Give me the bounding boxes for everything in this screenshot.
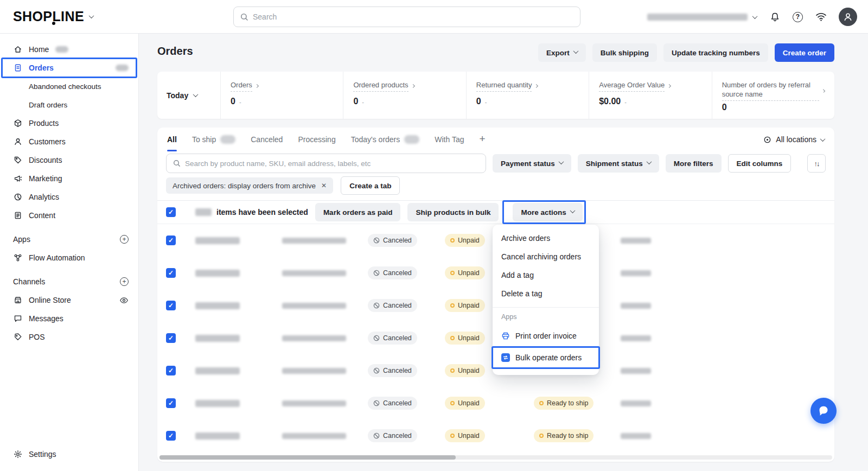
- scrollbar-thumb[interactable]: [159, 455, 456, 460]
- account-avatar[interactable]: [839, 8, 857, 26]
- location-icon: [763, 136, 771, 144]
- order-date-blurred: [282, 335, 346, 341]
- payment-status-filter[interactable]: Payment status: [493, 154, 571, 173]
- mark-paid-button[interactable]: Mark orders as paid: [315, 203, 401, 221]
- eye-icon[interactable]: [119, 296, 129, 305]
- row-checkbox[interactable]: [166, 301, 176, 310]
- close-icon[interactable]: [321, 182, 327, 189]
- table-row[interactable]: Canceled Unpaid Ready to ship: [157, 387, 834, 419]
- sidebar-item-flow-automation[interactable]: Flow Automation: [0, 249, 138, 267]
- order-search[interactable]: [166, 154, 486, 173]
- row-checkbox[interactable]: [166, 366, 176, 375]
- create-order-button[interactable]: Create order: [775, 43, 834, 62]
- sidebar-item-customers[interactable]: Customers: [0, 132, 138, 151]
- global-search-input[interactable]: [253, 12, 573, 21]
- edit-columns-button[interactable]: Edit columns: [728, 154, 792, 173]
- order-search-input[interactable]: [185, 160, 479, 168]
- table-row[interactable]: Canceled Unpaid Ready to ship: [157, 419, 834, 452]
- update-tracking-button[interactable]: Update tracking numbers: [663, 43, 768, 62]
- menu-item-add-tag[interactable]: Add a tag: [493, 266, 599, 284]
- more-filters-button[interactable]: More filters: [666, 154, 722, 173]
- tab-to-ship[interactable]: To ship: [192, 128, 235, 151]
- sidebar-item-discounts[interactable]: Discounts: [0, 151, 138, 169]
- menu-item-bulk-operate[interactable]: Bulk operate orders: [493, 347, 599, 368]
- stat-average-order-value[interactable]: Average Order Value $0.00-: [589, 72, 711, 119]
- payment-status-value: Unpaid: [458, 432, 480, 440]
- stat-orders[interactable]: Orders 0-: [220, 72, 343, 119]
- flow-automation-icon: [13, 253, 22, 263]
- status-ring-icon: [450, 303, 455, 308]
- row-checkbox[interactable]: [166, 236, 176, 245]
- active-filter-chip[interactable]: Archived orders: display orders from arc…: [166, 177, 333, 194]
- chat-button[interactable]: [810, 398, 837, 424]
- notifications-bell-icon[interactable]: [769, 11, 781, 23]
- add-channel-icon[interactable]: [120, 277, 129, 286]
- chat-icon: [817, 404, 830, 417]
- menu-item-print-invoice[interactable]: Print order invoice: [493, 325, 599, 347]
- sidebar-item-label: Analytics: [29, 193, 59, 201]
- stat-ordered-products[interactable]: Ordered products 0-: [343, 72, 465, 119]
- sidebar-item-marketing[interactable]: Marketing: [0, 169, 138, 188]
- shipment-status-filter[interactable]: Shipment status: [578, 154, 659, 173]
- payment-status-chip: Unpaid: [445, 364, 485, 377]
- payment-status-value: Unpaid: [458, 302, 480, 309]
- sidebar-item-label: Messages: [29, 314, 63, 323]
- sidebar-item-abandoned-checkouts[interactable]: Abandoned checkouts: [0, 77, 138, 96]
- add-tab-button[interactable]: +: [480, 133, 486, 145]
- tab-with-tag[interactable]: With Tag: [435, 128, 464, 151]
- create-tab-button[interactable]: Create a tab: [341, 176, 400, 195]
- tab-label: Canceled: [251, 135, 283, 144]
- row-checkbox[interactable]: [166, 333, 176, 343]
- stat-returned-quantity[interactable]: Returned quantity 0-: [466, 72, 589, 119]
- order-date-blurred: [282, 400, 346, 406]
- locations-select[interactable]: All locations: [763, 135, 825, 144]
- sidebar-section-apps[interactable]: Apps: [0, 230, 138, 249]
- stat-orders-by-referral[interactable]: Number of orders by referral source name…: [712, 72, 834, 119]
- tab-todays-orders[interactable]: Today's orders: [351, 128, 420, 151]
- row-checkbox[interactable]: [166, 431, 176, 441]
- sidebar-section-channels[interactable]: Channels: [0, 272, 138, 291]
- shopline-logo[interactable]: SHOPLINE: [13, 9, 93, 24]
- sidebar-item-online-store[interactable]: Online Store: [0, 291, 138, 309]
- horizontal-scrollbar[interactable]: [159, 455, 832, 460]
- sidebar-item-products[interactable]: Products: [0, 114, 138, 132]
- analytics-icon: [13, 193, 22, 202]
- sidebar-item-content[interactable]: Content: [0, 206, 138, 225]
- menu-item-delete-tag[interactable]: Delete a tag: [493, 284, 599, 303]
- row-checkbox[interactable]: [166, 398, 176, 408]
- sidebar-item-messages[interactable]: Messages: [0, 309, 138, 328]
- sidebar-item-settings[interactable]: Settings: [0, 445, 138, 463]
- menu-item-cancel-archiving[interactable]: Cancel archiving orders: [493, 247, 599, 266]
- bulk-shipping-button[interactable]: Bulk shipping: [592, 43, 657, 62]
- sidebar-item-draft-orders[interactable]: Draft orders: [0, 96, 138, 114]
- ship-bulk-button[interactable]: Ship products in bulk: [407, 203, 499, 221]
- page-title: Orders: [157, 45, 193, 58]
- sidebar-item-home[interactable]: Home: [0, 40, 138, 59]
- sidebar-item-orders[interactable]: Orders: [0, 59, 138, 77]
- tab-all[interactable]: All: [167, 128, 177, 151]
- help-icon[interactable]: [793, 12, 803, 22]
- global-search[interactable]: [233, 7, 580, 27]
- sidebar-item-label: Apps: [13, 235, 30, 244]
- more-actions-button[interactable]: More actions: [513, 203, 582, 221]
- logo-dot: [52, 22, 55, 25]
- sidebar-item-pos[interactable]: POS: [0, 328, 138, 346]
- stat-delta: -: [624, 99, 627, 105]
- sidebar-item-label: Home: [29, 45, 49, 54]
- date-range-select[interactable]: Today: [157, 72, 220, 119]
- sidebar-item-analytics[interactable]: Analytics: [0, 188, 138, 206]
- stat-value: 0: [722, 103, 727, 112]
- add-app-icon[interactable]: [120, 235, 129, 244]
- export-button[interactable]: Export: [538, 43, 586, 62]
- sort-button[interactable]: [807, 154, 826, 173]
- export-label: Export: [546, 49, 570, 57]
- network-status-icon[interactable]: [815, 11, 827, 23]
- menu-item-archive-orders[interactable]: Archive orders: [493, 229, 599, 247]
- store-switcher[interactable]: [647, 14, 757, 21]
- select-all-checkbox[interactable]: [166, 207, 176, 217]
- tab-canceled[interactable]: Canceled: [251, 128, 283, 151]
- payment-status-value: Unpaid: [458, 334, 480, 342]
- tab-processing[interactable]: Processing: [298, 128, 335, 151]
- row-checkbox[interactable]: [166, 268, 176, 278]
- tab-badge-blurred: [404, 135, 419, 144]
